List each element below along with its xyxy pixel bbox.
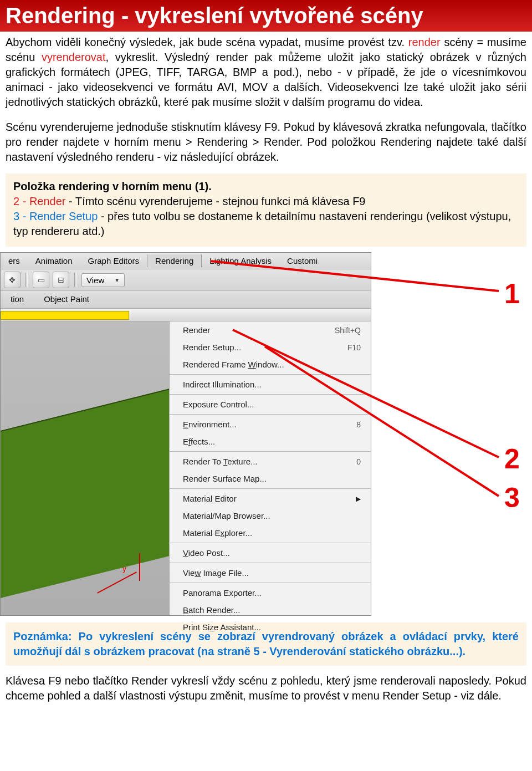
menu-item[interactable]: Panorama Exporter... <box>170 584 371 601</box>
timeline-ruler[interactable] <box>1 309 371 321</box>
callout-heading: Položka rendering v horním menu (1). <box>13 179 519 194</box>
view-dropdown-label: View <box>86 275 104 285</box>
intro-paragraph-2: Scénu vyrenderujeme jednoduše stisknutím… <box>0 116 532 171</box>
menu-divider <box>170 563 371 563</box>
menu-divider <box>170 583 371 583</box>
menu-item[interactable]: Batch Render... <box>170 601 371 619</box>
menu-item[interactable]: Video Post... <box>170 544 371 561</box>
menubar-item-customize[interactable]: Customi <box>279 254 325 267</box>
secondary-tab-row: tion Object Paint <box>1 291 371 309</box>
menu-item[interactable]: Print Size Assistant... <box>170 619 371 636</box>
toolbar-move-icon[interactable]: ✥ <box>4 272 21 288</box>
page-title: Rendering - vykreslení vytvořené scény <box>6 3 423 28</box>
chevron-down-icon: ▼ <box>114 277 120 283</box>
menu-item-label: Render To Texture... <box>183 457 258 466</box>
menu-item-label: Environment... <box>183 420 237 429</box>
menu-item[interactable]: Effects... <box>170 433 371 450</box>
menu-item-shortcut: Shift+Q <box>335 326 361 335</box>
app-window: ers Animation Graph Editors Rendering Li… <box>0 252 371 616</box>
menu-divider <box>170 414 371 415</box>
menubar-item-animation[interactable]: Animation <box>28 254 80 267</box>
menu-item-shortcut: 0 <box>356 457 361 466</box>
menu-item[interactable]: View Image File... <box>170 564 371 581</box>
menu-item-label: Rendered Frame Window... <box>183 360 284 369</box>
menu-item[interactable]: RenderShift+Q <box>170 321 371 339</box>
tab-item[interactable]: tion <box>1 293 34 305</box>
viewport-3d[interactable]: y <box>1 321 169 615</box>
menu-item-label: Print Size Assistant... <box>183 622 261 632</box>
menu-item-label: Render Surface Map... <box>183 474 267 483</box>
menu-divider <box>170 488 371 489</box>
menu-item-label: Panorama Exporter... <box>183 588 262 598</box>
screenshot-figure: ers Animation Graph Editors Rendering Li… <box>0 252 532 616</box>
menu-item-shortcut: F10 <box>347 343 361 352</box>
menu-item-label: Effects... <box>183 437 215 446</box>
footer-paragraph: Klávesa F9 nebo tlačítko Render vykreslí… <box>0 671 532 711</box>
annotation-number-3: 3 <box>504 482 520 514</box>
menu-divider <box>170 451 371 452</box>
text: Klávesa F9 nebo tlačítko Render vykreslí… <box>6 675 526 702</box>
callout-line-3: 3 - Render Setup - přes tuto volbu se do… <box>13 209 519 239</box>
menubar-item-graph-editors[interactable]: Graph Editors <box>80 254 147 267</box>
axis-line <box>139 553 140 581</box>
menu-item-label: Exposure Control... <box>183 400 254 409</box>
submenu-arrow-icon: ▶ <box>356 495 361 503</box>
toolbar: ✥ ▭ ⊟ View ▼ <box>1 269 371 291</box>
menubar-item-lighting-analysis[interactable]: Lighting Analysis <box>202 254 279 267</box>
callout-line-2: 2 - Render - Tímto scénu vyrenderujeme -… <box>13 194 519 209</box>
menu-item-shortcut: 8 <box>356 420 361 429</box>
menu-item[interactable]: Material/Map Browser... <box>170 507 371 524</box>
menu-item[interactable]: Render To Texture...0 <box>170 453 371 470</box>
menu-item-label: Material Editor <box>183 494 237 503</box>
text-highlight: 2 - Render <box>13 195 66 207</box>
timeline-range[interactable] <box>1 311 129 320</box>
menubar: ers Animation Graph Editors Rendering Li… <box>1 253 371 269</box>
menu-item[interactable]: Material Editor▶ <box>170 490 371 507</box>
content-area: y RenderShift+QRender Setup...F10Rendere… <box>1 321 371 615</box>
menu-item[interactable]: Indirect Illumination... <box>170 376 371 393</box>
toolbar-layout-split-icon[interactable]: ⊟ <box>53 272 69 288</box>
annotation-number-2: 2 <box>504 443 520 475</box>
menu-item[interactable]: Rendered Frame Window... <box>170 356 371 373</box>
page-title-bar: Rendering - vykreslení vytvořené scény <box>0 0 532 32</box>
menubar-item[interactable]: ers <box>1 254 28 267</box>
menu-item[interactable]: Render Surface Map... <box>170 470 371 487</box>
menu-item-label: Material Explorer... <box>183 528 252 538</box>
intro-paragraph-1: Abychom viděli konečný výsledek, jak bud… <box>0 32 532 116</box>
menu-item[interactable]: Environment...8 <box>170 416 371 433</box>
menu-item[interactable]: Exposure Control... <box>170 396 371 413</box>
text-highlight: render <box>408 36 441 48</box>
ground-plane <box>1 381 169 601</box>
menu-item-label: Batch Render... <box>183 605 240 615</box>
text: Abychom viděli konečný výsledek, jak bud… <box>6 36 408 48</box>
menu-item[interactable]: Material Explorer... <box>170 524 371 542</box>
menu-divider <box>170 374 371 375</box>
menu-divider <box>170 394 371 395</box>
menu-item-label: Indirect Illumination... <box>183 380 262 389</box>
text-highlight: 3 - Render Setup <box>13 210 98 222</box>
menubar-item-rendering[interactable]: Rendering <box>147 254 202 267</box>
menu-item-label: Render <box>183 325 210 335</box>
text-highlight: vyrenderovat <box>42 51 106 63</box>
menu-item[interactable]: Render Setup...F10 <box>170 339 371 356</box>
toolbar-separator <box>25 273 28 287</box>
axis-label-y: y <box>122 564 126 573</box>
menu-item-label: Render Setup... <box>183 343 241 352</box>
rendering-dropdown-menu: RenderShift+QRender Setup...F10Rendered … <box>169 321 371 615</box>
menu-divider <box>170 543 371 543</box>
toolbar-separator <box>74 273 76 287</box>
annotation-number-1: 1 <box>504 278 520 310</box>
view-dropdown[interactable]: View ▼ <box>81 273 125 287</box>
text: - Tímto scénu vyrenderujeme - stejnou fu… <box>66 195 366 207</box>
toolbar-layout-icon[interactable]: ▭ <box>33 272 49 288</box>
menu-item-label: Video Post... <box>183 548 230 558</box>
axis-line <box>97 571 137 593</box>
menu-item-label: Material/Map Browser... <box>183 511 270 520</box>
callout-box: Položka rendering v horním menu (1). 2 -… <box>6 173 526 247</box>
tab-object-paint[interactable]: Object Paint <box>34 293 99 305</box>
text: Scénu vyrenderujeme jednoduše stisknutím… <box>6 121 526 163</box>
menu-item-label: View Image File... <box>183 568 249 578</box>
